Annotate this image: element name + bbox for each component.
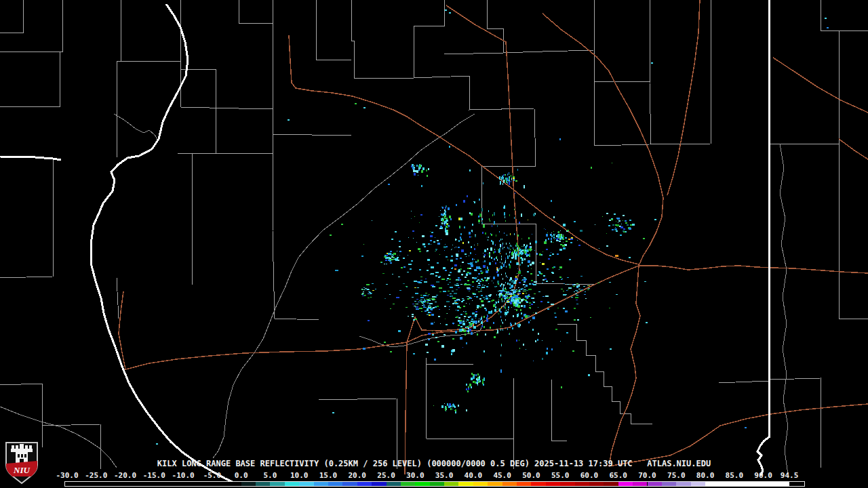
colorbar-tick-label: 55.0 <box>551 472 570 480</box>
colorbar-segment <box>589 482 604 486</box>
colorbar-segment <box>241 482 256 486</box>
colorbar-tick-label: 45.0 <box>493 472 511 480</box>
colorbar-segment <box>299 482 313 486</box>
colorbar-segment <box>458 482 473 486</box>
colorbar-tick-label: 0.0 <box>235 472 248 480</box>
colorbar-segment <box>430 482 444 486</box>
colorbar-tick-label: -20.0 <box>114 472 136 480</box>
colorbar-tick-label: -15.0 <box>143 472 165 480</box>
highway-lines <box>119 0 868 474</box>
colorbar-segment <box>342 482 357 486</box>
colorbar-segment <box>575 482 589 486</box>
colorbar-tick-label: 70.0 <box>638 472 656 480</box>
radar-caption: KILX LONG RANGE BASE REFLECTIVITY (0.25K… <box>0 460 868 468</box>
colorbar-segment <box>633 482 647 486</box>
river-lines <box>0 114 788 474</box>
colorbar-tick-label: 94.5 <box>781 472 799 480</box>
colorbar-tick-label: 65.0 <box>609 472 627 480</box>
colorbar-segment <box>415 482 429 486</box>
colorbar-tick-label: 25.0 <box>377 472 395 480</box>
colorbar-tick-label: -25.0 <box>85 472 107 480</box>
colorbar-tick-label: 75.0 <box>667 472 686 480</box>
colorbar-tick-label: -30.0 <box>56 472 78 480</box>
colorbar-segment <box>270 482 284 486</box>
colorbar-segment <box>560 482 574 486</box>
colorbar-tick-label: 20.0 <box>349 472 367 480</box>
colorbar-segment <box>546 482 560 486</box>
colorbar-segment <box>488 482 502 486</box>
colorbar-segment <box>328 482 342 486</box>
colorbar-segment <box>502 482 517 486</box>
colorbar-segment <box>401 482 415 486</box>
county-boundaries <box>0 0 868 469</box>
colorbar-segment <box>357 482 372 486</box>
colorbar-tick-label: 15.0 <box>319 472 338 480</box>
state-border-lines <box>0 0 769 483</box>
colorbar-segment <box>387 482 401 486</box>
colorbar-tick-label: 60.0 <box>580 472 599 480</box>
colorbar-tick-label: 5.0 <box>263 472 277 480</box>
radar-echoes <box>156 9 829 445</box>
colorbar-tick-label: -5.0 <box>203 472 222 480</box>
colorbar-segment <box>285 482 299 486</box>
colorbar-tick-label: -10.0 <box>172 472 195 480</box>
colorbar-tick-label: 85.0 <box>726 472 744 480</box>
colorbar-tick-label: 90.0 <box>754 472 772 480</box>
colorbar-segment <box>517 482 531 486</box>
colorbar-segment <box>256 482 270 486</box>
colorbar-tick-label: 35.0 <box>435 472 454 480</box>
reflectivity-colorbar <box>64 481 805 487</box>
colorbar-segment <box>531 482 545 486</box>
colorbar-segment <box>691 482 705 486</box>
colorbar-segment <box>372 482 386 486</box>
radar-map <box>0 0 868 488</box>
colorbar-segment <box>662 482 676 486</box>
colorbar-segment <box>314 482 328 486</box>
colorbar-tick-label: 40.0 <box>465 472 483 480</box>
colorbar-tick-label: 10.0 <box>290 472 309 480</box>
colorbar-segment <box>473 482 488 486</box>
colorbar-segment <box>648 482 662 486</box>
colorbar-tick-label: 50.0 <box>522 472 540 480</box>
radar-display: NIU KILX LONG RANGE BASE REFLECTIVITY (0… <box>0 0 868 488</box>
colorbar-tick-label: 80.0 <box>696 472 715 480</box>
colorbar-tick-labels: -30.0-25.0-20.0-15.0-10.0-5.00.05.010.01… <box>0 472 868 480</box>
colorbar-tick-label: 30.0 <box>406 472 425 480</box>
colorbar-segment <box>676 482 690 486</box>
colorbar-segment <box>618 482 633 486</box>
colorbar-segment <box>444 482 458 486</box>
colorbar-segment <box>705 482 789 486</box>
colorbar-segment <box>604 482 618 486</box>
